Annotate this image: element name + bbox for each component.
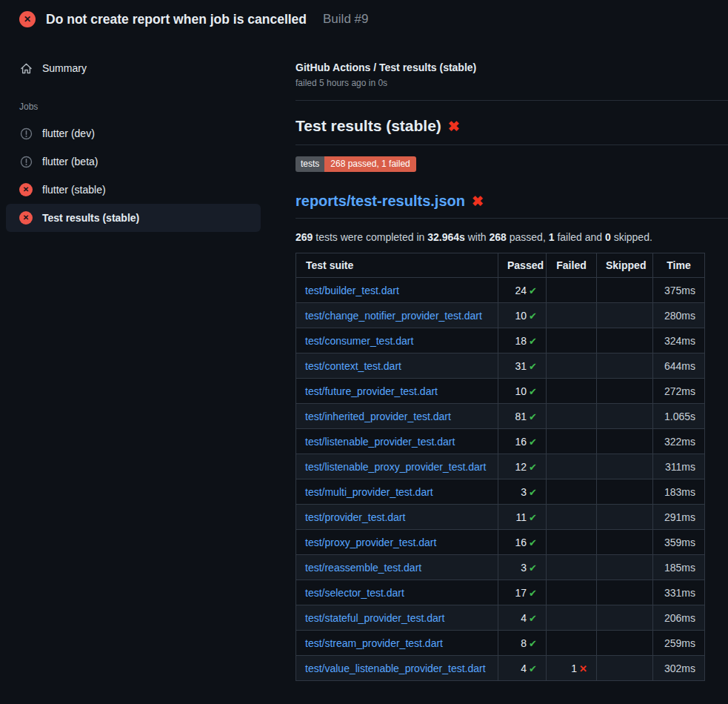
cancelled-icon (19, 127, 33, 140)
skipped-cell (597, 580, 653, 605)
skipped-cell (597, 429, 653, 454)
test-suite-link[interactable]: test/stateful_provider_test.dart (305, 612, 444, 624)
skipped-cell (597, 404, 653, 429)
failed-cell: 1✕ (547, 656, 597, 681)
failed-cell (547, 328, 597, 353)
failed-cell (547, 555, 597, 580)
test-suite-cell: test/stateful_provider_test.dart (296, 605, 498, 631)
passed-cell-value: 4 (521, 663, 527, 674)
time-cell: 331ms (653, 580, 705, 605)
badge-label: tests (295, 156, 324, 172)
failed-count: 1 (549, 231, 555, 243)
sidebar-item-label: flutter (dev) (42, 127, 95, 139)
check-icon: ✔ (529, 436, 537, 448)
test-suite-cell: test/consumer_test.dart (296, 328, 498, 353)
passed-cell-value: 8 (521, 637, 527, 649)
sidebar-item-label: Test results (stable) (42, 212, 139, 224)
failed-circle-icon: ✕ (19, 211, 33, 225)
time-cell: 324ms (653, 328, 705, 353)
passed-cell: 16✔ (498, 530, 547, 555)
passed-cell: 3✔ (498, 479, 547, 505)
passed-cell: 16✔ (498, 429, 547, 454)
skipped-cell (597, 278, 653, 303)
time-cell: 644ms (653, 353, 705, 379)
check-icon: ✔ (529, 386, 537, 397)
passed-cell-value: 18 (515, 335, 527, 347)
table-row: test/builder_test.dart24✔375ms (296, 278, 705, 303)
passed-cell: 3✔ (498, 555, 547, 580)
table-row: test/stream_provider_test.dart8✔259ms (296, 631, 705, 656)
passed-cell-value: 12 (515, 461, 527, 473)
sidebar-item-flutter-stable-[interactable]: ✕flutter (stable) (6, 176, 261, 204)
breadcrumb: GitHub Actions / Test results (stable) (295, 62, 728, 73)
passed-cell: 8✔ (498, 631, 547, 656)
skipped-cell (597, 353, 653, 379)
failed-x-icon: ✖ (448, 119, 460, 134)
failed-x-icon: ✖ (472, 193, 484, 209)
failed-cell (547, 379, 597, 404)
test-suite-link[interactable]: test/multi_provider_test.dart (305, 486, 433, 498)
test-suite-link[interactable]: test/value_listenable_provider_test.dart (305, 663, 486, 674)
test-suite-cell: test/selector_test.dart (296, 580, 498, 605)
report-link[interactable]: reports/test-results.json (295, 193, 465, 209)
test-suite-link[interactable]: test/builder_test.dart (305, 285, 399, 296)
passed-cell-value: 24 (515, 285, 527, 296)
page-title-text: Test results (stable) (295, 117, 441, 134)
time-cell: 272ms (653, 379, 705, 404)
time-cell: 302ms (653, 656, 705, 681)
check-icon: ✔ (529, 588, 537, 599)
test-suite-cell: test/future_provider_test.dart (296, 379, 498, 404)
time-cell: 206ms (653, 605, 705, 631)
main-content: GitHub Actions / Test results (stable) f… (295, 36, 728, 681)
test-suite-cell: test/listenable_provider_test.dart (296, 429, 498, 454)
home-icon (19, 62, 33, 75)
sidebar-item-flutter-beta-[interactable]: flutter (beta) (6, 147, 261, 176)
sidebar-item-summary[interactable]: Summary (6, 56, 261, 81)
test-suite-link[interactable]: test/context_test.dart (305, 360, 401, 372)
passed-cell: 18✔ (498, 328, 547, 353)
test-suite-link[interactable]: test/proxy_provider_test.dart (305, 537, 436, 548)
test-suite-link[interactable]: test/inherited_provider_test.dart (305, 411, 451, 422)
duration-value: 32.964s (427, 231, 465, 243)
passed-cell: 4✔ (498, 656, 547, 681)
time-cell: 1.065s (653, 404, 705, 429)
check-icon: ✔ (529, 613, 537, 624)
failed-cell (547, 404, 597, 429)
test-table-body: test/builder_test.dart24✔375mstest/chang… (296, 278, 705, 681)
time-cell: 359ms (653, 530, 705, 555)
skipped-cell (597, 631, 653, 656)
test-suite-link[interactable]: test/provider_test.dart (305, 511, 405, 523)
passed-cell-value: 17 (515, 587, 527, 599)
sidebar: Summary Jobs flutter (dev)flutter (beta)… (0, 36, 295, 232)
summary-sentence: 269 tests were completed in 32.964s with… (295, 231, 728, 243)
test-suite-link[interactable]: test/stream_provider_test.dart (305, 637, 443, 649)
failed-cell (547, 454, 597, 479)
test-suite-link[interactable]: test/future_provider_test.dart (305, 385, 438, 397)
badge-value: 268 passed, 1 failed (324, 156, 415, 172)
skipped-cell (597, 530, 653, 555)
check-icon: ✔ (529, 361, 537, 372)
test-suite-link[interactable]: test/change_notifier_provider_test.dart (305, 310, 482, 322)
passed-cell-value: 11 (516, 511, 527, 523)
passed-cell-value: 81 (515, 411, 527, 422)
time-cell: 375ms (653, 278, 705, 303)
build-number: Build #9 (323, 12, 368, 27)
failed-circle-icon: ✕ (19, 183, 33, 196)
passed-count: 268 (490, 231, 507, 243)
summary-text: failed and (555, 231, 606, 243)
test-suite-link[interactable]: test/consumer_test.dart (305, 335, 413, 347)
test-suite-cell: test/change_notifier_provider_test.dart (296, 303, 498, 328)
sidebar-item-test-results-stable-[interactable]: ✕Test results (stable) (6, 204, 261, 232)
time-cell: 311ms (653, 454, 705, 479)
run-status-line: failed 5 hours ago in 0s (295, 78, 728, 88)
col-header-failed: Failed (547, 253, 597, 278)
page-title: Test results (stable)✖ (295, 117, 728, 145)
sidebar-item-flutter-dev-[interactable]: flutter (dev) (6, 119, 261, 147)
passed-cell: 12✔ (498, 454, 547, 479)
test-suite-link[interactable]: test/listenable_provider_test.dart (305, 436, 455, 448)
test-suite-link[interactable]: test/listenable_proxy_provider_test.dart (305, 461, 486, 473)
test-suite-link[interactable]: test/reassemble_test.dart (305, 562, 421, 574)
test-suite-link[interactable]: test/selector_test.dart (305, 587, 404, 599)
failed-cell (547, 631, 597, 656)
passed-cell: 31✔ (498, 353, 547, 379)
